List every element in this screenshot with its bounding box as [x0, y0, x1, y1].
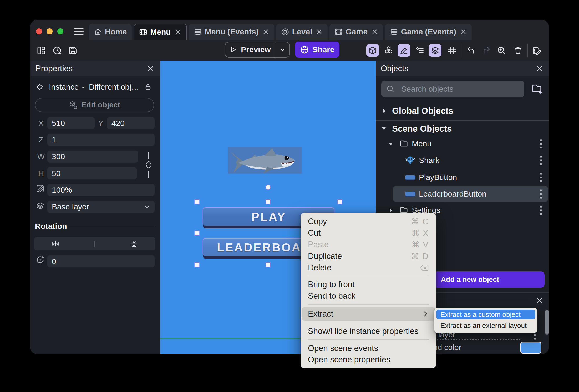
close-icon[interactable] [534, 295, 545, 306]
menu-item-duplicate[interactable]: Duplicate⌘ D [302, 250, 435, 262]
traffic-light-minimize[interactable] [47, 28, 53, 34]
unlock-icon[interactable] [144, 83, 152, 91]
preview-button-group: Preview [225, 42, 290, 58]
redo-icon[interactable] [480, 44, 493, 57]
menu-item-extract[interactable]: Extract [302, 307, 435, 321]
kebab-menu-icon[interactable] [536, 204, 546, 216]
divider [461, 44, 461, 57]
kebab-menu-icon[interactable] [536, 137, 546, 150]
width-field[interactable] [47, 151, 138, 163]
instance-diamond-icon [36, 83, 44, 91]
preview-button[interactable]: Preview [225, 42, 275, 57]
tab-home[interactable]: Home [89, 24, 132, 40]
selection-handle-top-right[interactable] [337, 199, 342, 204]
close-icon[interactable] [371, 28, 378, 35]
background-color-swatch[interactable] [520, 342, 541, 354]
layer-select[interactable]: Base layer [47, 201, 155, 213]
menu-item-copy[interactable]: Copy⌘ C [302, 216, 435, 227]
rotation-field[interactable] [47, 255, 155, 267]
opacity-field[interactable] [47, 184, 155, 196]
kebab-menu-icon[interactable] [536, 171, 546, 184]
chevron-down-icon[interactable] [388, 141, 394, 147]
selection-handle-top-left[interactable] [195, 199, 200, 204]
x-field[interactable] [47, 117, 95, 129]
chevron-right-icon[interactable] [388, 208, 394, 213]
height-field[interactable] [47, 167, 137, 179]
height-label: H [38, 169, 44, 178]
tree-item-playbutton[interactable]: PlayButton [419, 173, 457, 182]
chevron-right-icon[interactable] [382, 108, 387, 114]
layers-icon[interactable] [429, 44, 441, 57]
y-label: Y [98, 119, 103, 128]
toggle-3d-view-icon[interactable] [366, 44, 379, 57]
selection-handle-bottom-center[interactable] [266, 262, 271, 267]
y-field[interactable] [107, 117, 155, 129]
version-history-icon[interactable] [51, 44, 63, 57]
flip-vertical-icon[interactable] [130, 240, 138, 248]
close-icon[interactable] [145, 63, 156, 74]
menu-item-open-scene-properties[interactable]: Open scene properties [302, 354, 435, 365]
close-icon[interactable] [534, 63, 545, 74]
objects-cubes-icon[interactable] [382, 44, 395, 57]
properties-panel: Properties Instance - Different obj… 2D … [31, 61, 160, 354]
selection-handle-top-center[interactable] [266, 199, 271, 204]
edit-mode-pencil-icon[interactable] [398, 44, 410, 57]
close-icon[interactable] [460, 28, 467, 35]
add-folder-icon[interactable] [531, 83, 543, 95]
tab-menu-events[interactable]: Menu (Events) [189, 24, 274, 40]
save-icon[interactable] [67, 44, 79, 57]
flip-horizontal-icon[interactable] [51, 240, 60, 248]
menu-item-show-hide-instance-properties[interactable]: Show/Hide instance properties [302, 326, 435, 337]
flip-buttons-row: | [34, 237, 155, 250]
scrollbar-thumb[interactable] [545, 310, 549, 335]
selection-handle-bottom-left[interactable] [195, 262, 200, 267]
global-objects-section[interactable]: Global Objects [392, 106, 453, 116]
scene-objects-section[interactable]: Scene Objects [392, 124, 452, 134]
z-field[interactable] [47, 134, 155, 146]
tab-game-events[interactable]: Game (Events) [385, 24, 472, 40]
close-icon[interactable] [175, 29, 181, 35]
menu-item-delete[interactable]: Delete [302, 262, 435, 274]
undo-icon[interactable] [465, 44, 477, 57]
traffic-light-close[interactable] [36, 28, 42, 34]
menu-item-cut[interactable]: Cut⌘ X [302, 227, 435, 239]
zoom-in-icon[interactable] [495, 44, 508, 57]
selection-handle-middle-left[interactable] [195, 231, 200, 236]
kebab-menu-icon[interactable] [536, 188, 546, 200]
grid-icon[interactable] [446, 44, 458, 57]
tree-item-leaderboardbutton[interactable]: LeaderboardButton [419, 189, 486, 198]
submenu-item-extract-external-layout[interactable]: Extract as an external layout [436, 321, 535, 331]
tree-item-menu-folder[interactable]: Menu [412, 139, 431, 148]
link-dimensions-icon[interactable] [145, 160, 152, 170]
shark-sprite[interactable] [228, 147, 302, 174]
traffic-light-zoom[interactable] [57, 28, 63, 34]
submenu-chevron-right-icon [422, 311, 429, 317]
menu-separator [308, 304, 429, 305]
edit-object-button[interactable]: 2D Edit object [35, 98, 154, 112]
instances-list-icon[interactable] [414, 44, 426, 57]
link-line [148, 152, 149, 159]
preview-options-chevron-down-icon[interactable] [275, 42, 290, 57]
submenu-item-extract-custom-object[interactable]: Extract as a custom object [436, 310, 535, 319]
chevron-down-icon [144, 204, 150, 210]
menu-item-send-to-back[interactable]: Send to back [302, 290, 435, 302]
tree-item-shark[interactable]: Shark [419, 156, 439, 165]
rotation-handle[interactable] [266, 185, 271, 190]
tab-level[interactable]: Level [276, 24, 328, 40]
chevron-down-icon[interactable] [381, 126, 387, 131]
search-input[interactable] [381, 81, 524, 97]
close-icon[interactable] [262, 28, 269, 35]
trash-icon[interactable] [512, 44, 524, 57]
menu-item-open-scene-events[interactable]: Open scene events [302, 343, 435, 354]
svg-text:2D: 2D [74, 106, 77, 109]
layer-select-value: Base layer [52, 202, 89, 211]
menu-item-bring-to-front[interactable]: Bring to front [302, 279, 435, 290]
open-project-manager-icon[interactable] [35, 44, 48, 57]
main-menu-hamburger-icon[interactable] [74, 28, 84, 35]
share-button[interactable]: Share [295, 42, 339, 58]
edit-scene-icon[interactable] [531, 44, 543, 57]
close-icon[interactable] [316, 28, 323, 35]
tab-menu[interactable]: Menu [134, 24, 187, 40]
tab-game[interactable]: Game [329, 24, 383, 40]
kebab-menu-icon[interactable] [536, 154, 546, 167]
